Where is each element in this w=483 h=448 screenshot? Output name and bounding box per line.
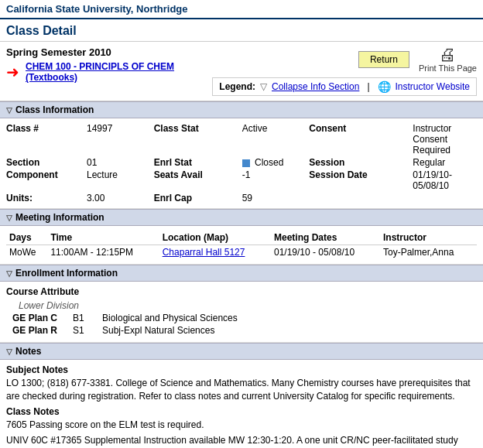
meeting-information-title: Meeting Information [15,212,104,223]
meeting-col-location: Location (Map) [159,231,271,245]
class-information-header: ▽ Class Information [0,101,483,118]
meeting-col-time: Time [47,231,159,245]
globe-icon: 🌐 [378,80,391,93]
notes-header: ▽ Notes [0,343,483,360]
meeting-col-instructor: Instructor [380,231,477,245]
red-arrow-icon: ➜ [6,63,19,81]
enrollment-information-body: Course Attribute Lower Division GE Plan … [0,282,483,343]
ge-code-b1: B1 [73,313,96,323]
legend-row: Legend: ▽ Collapse Info Section | 🌐 Inst… [212,77,477,96]
enrl-cap-value: 59 [242,193,307,203]
semester-title: Spring Semester 2010 [6,46,197,58]
triangle-icon-2: ▽ [6,214,12,222]
print-label: Print This Page [419,63,477,73]
print-section[interactable]: 🖨 Print This Page [419,46,477,73]
top-section: Spring Semester 2010 ➜ CHEM 100 - PRINCI… [0,42,483,101]
seats-avail-value: -1 [242,169,307,191]
return-button[interactable]: Return [358,51,409,68]
closed-square-icon [242,159,250,167]
ge-row-2: GE Plan R S1 Subj-Expl Natural Sciences [6,325,477,336]
session-date-label: Session Date [309,169,409,191]
enrl-cap-label: Enrl Cap [154,193,239,203]
meeting-information-body: Days Time Location (Map) Meeting Dates I… [0,226,483,265]
class-link-container: ➜ CHEM 100 - PRINCIPLS OF CHEM (Textbook… [6,61,197,83]
class-info-grid: Class # 14997 Class Stat Active Consent … [6,123,477,203]
course-attribute-label: Course Attribute [6,286,477,297]
consent-value: Instructor Consent Required [413,123,477,156]
meeting-instructor: Toy-Palmer,Anna [380,245,477,260]
class-num-label: Class # [6,123,84,156]
seats-avail-label: Seats Avail [154,169,239,191]
university-header: California State University, Northridge [0,0,483,19]
class-notes-row2: UNIV 60C #17365 Supplemental Instruction… [6,434,477,448]
legend-label: Legend: [219,81,255,92]
meeting-time: 11:00AM - 12:15PM [47,245,159,260]
lower-division-label: Lower Division [6,300,477,311]
notes-body: Subject Notes LO 1300; (818) 677-3381. C… [0,360,483,448]
section-label: Section [6,157,84,168]
ge-plan-r: GE Plan R [12,325,67,336]
printer-icon: 🖨 [439,46,456,63]
triangle-icon-4: ▽ [6,347,12,356]
location-link[interactable]: Chaparral Hall 5127 [163,247,245,258]
enrl-stat-label: Enrl Stat [154,157,239,168]
subject-notes-text: LO 1300; (818) 677-3381. College of Scie… [6,377,477,403]
component-value: Lecture [87,169,151,191]
class-information-title: Class Information [15,104,94,115]
class-num-value: 14997 [87,123,151,156]
ge-code-s1: S1 [73,325,96,336]
class-information-body: Class # 14997 Class Stat Active Consent … [0,118,483,209]
class-notes-label: Class Notes [6,406,477,417]
ge-plan-c: GE Plan C [12,313,67,323]
top-right-controls: Return 🖨 Print This Page Legend: ▽ Colla… [212,46,477,96]
class-stat-label: Class Stat [154,123,239,156]
class-link[interactable]: CHEM 100 - PRINCIPLS OF CHEM (Textbooks) [26,61,197,83]
ge-row-1: GE Plan C B1 Biological and Physical Sci… [6,313,477,323]
session-date-value: 01/19/10-05/08/10 [413,169,477,191]
subject-notes-label: Subject Notes [6,364,477,375]
triangle-icon-3: ▽ [6,269,12,278]
ge-desc-b1: Biological and Physical Sciences [102,313,238,323]
meeting-information-header: ▽ Meeting Information [0,209,483,226]
return-print-row: Return 🖨 Print This Page [358,46,477,73]
top-left-info: Spring Semester 2010 ➜ CHEM 100 - PRINCI… [6,46,197,83]
session-value: Regular [413,157,477,168]
class-notes-row1: 7605 Passing score on the ELM test is re… [6,419,477,432]
meeting-location: Chaparral Hall 5127 [159,245,271,260]
triangle-icon: ▽ [6,106,12,115]
class-stat-value: Active [242,123,307,156]
notes-title: Notes [15,346,41,357]
instructor-website-link[interactable]: Instructor Website [396,81,470,92]
page-title: Class Detail [0,19,483,42]
legend-separator: | [367,81,369,92]
collapse-label[interactable]: Collapse Info Section [272,81,359,92]
enrl-stat-value: Closed [242,157,307,168]
meeting-table: Days Time Location (Map) Meeting Dates I… [6,231,477,259]
collapse-icon: ▽ [260,81,267,92]
enrollment-information-header: ▽ Enrollment Information [0,265,483,282]
enrollment-information-title: Enrollment Information [15,268,118,279]
meeting-col-dates: Meeting Dates [271,231,380,245]
units-label: Units: [6,193,84,203]
university-name: California State University, Northridge [6,3,188,15]
meeting-row: MoWe 11:00AM - 12:15PM Chaparral Hall 51… [6,245,477,260]
section-value: 01 [87,157,151,168]
units-value: 3.00 [87,193,151,203]
meeting-days: MoWe [6,245,47,260]
meeting-col-days: Days [6,231,47,245]
meeting-dates: 01/19/10 - 05/08/10 [271,245,380,260]
component-label: Component [6,169,84,191]
session-label: Session [309,157,409,168]
consent-label: Consent [309,123,409,156]
ge-desc-s1: Subj-Expl Natural Sciences [102,325,214,336]
